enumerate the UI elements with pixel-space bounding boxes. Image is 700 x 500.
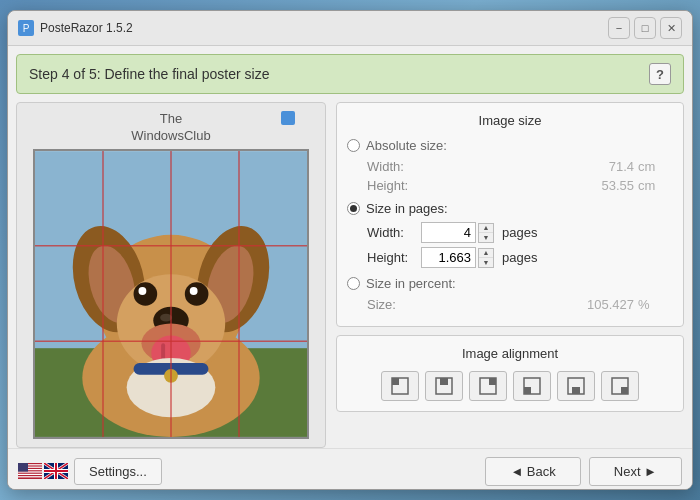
svg-point-11 (138, 287, 146, 295)
svg-rect-43 (18, 474, 42, 475)
pages-height-spinner[interactable]: ▲ ▼ (421, 247, 494, 268)
svg-point-12 (190, 287, 198, 295)
percent-unit: % (638, 297, 673, 312)
alignment-buttons (347, 371, 673, 401)
next-button[interactable]: Next ► (589, 457, 682, 486)
pages-height-row: Height: ▲ ▼ pages (347, 247, 673, 268)
main-content: The WindowsClub (8, 102, 692, 448)
settings-panel: Image size Absolute size: Width: 71.4 cm… (336, 102, 684, 448)
width-unit: cm (638, 159, 673, 174)
blue-square-icon (281, 111, 295, 125)
step-bar: Step 4 of 5: Define the final poster siz… (16, 54, 684, 94)
align-bottom-right-button[interactable] (601, 371, 639, 401)
pages-width-up[interactable]: ▲ (479, 224, 493, 233)
bottom-right: ◄ Back Next ► (485, 457, 682, 486)
pages-width-input[interactable] (421, 222, 476, 243)
maximize-button[interactable]: □ (634, 17, 656, 39)
us-flag-icon (18, 463, 42, 479)
preview-panel: The WindowsClub (16, 102, 326, 448)
align-bottom-left-button[interactable] (513, 371, 551, 401)
help-button[interactable]: ? (649, 63, 671, 85)
align-top-center-button[interactable] (425, 371, 463, 401)
svg-rect-29 (440, 378, 448, 385)
pages-height-down[interactable]: ▼ (479, 258, 493, 267)
image-size-group: Image size Absolute size: Width: 71.4 cm… (336, 102, 684, 327)
height-field-row: Height: 53.55 cm (347, 178, 673, 193)
step-title: Step 4 of 5: Define the final poster siz… (29, 66, 269, 82)
absolute-size-option[interactable]: Absolute size: (347, 138, 673, 153)
percent-size-value: 105.427 (421, 297, 634, 312)
image-alignment-title: Image alignment (347, 346, 673, 361)
pages-width-label: Width: (367, 225, 417, 240)
pages-height-input[interactable] (421, 247, 476, 268)
size-in-percent-option[interactable]: Size in percent: (347, 276, 673, 291)
pages-width-down[interactable]: ▼ (479, 233, 493, 242)
pages-width-spinner[interactable]: ▲ ▼ (421, 222, 494, 243)
pages-height-up[interactable]: ▲ (479, 249, 493, 258)
svg-rect-37 (621, 387, 628, 394)
height-label: Height: (367, 178, 417, 193)
svg-rect-45 (18, 463, 28, 472)
svg-point-10 (185, 282, 209, 306)
watermark: The WindowsClub (131, 111, 210, 145)
absolute-size-label: Absolute size: (366, 138, 447, 153)
minimize-button[interactable]: − (608, 17, 630, 39)
svg-rect-35 (572, 387, 580, 394)
height-value: 53.55 (421, 178, 634, 193)
absolute-size-radio[interactable] (347, 139, 360, 152)
gb-flag-icon (44, 463, 68, 479)
align-top-left-button[interactable] (381, 371, 419, 401)
window-controls: − □ ✕ (608, 17, 682, 39)
pages-width-row: Width: ▲ ▼ pages (347, 222, 673, 243)
window-title: PosteRazor 1.5.2 (40, 21, 133, 35)
size-in-pages-radio[interactable] (347, 202, 360, 215)
title-bar-left: P PosteRazor 1.5.2 (18, 20, 133, 36)
bottom-bar: Settings... ◄ Back Next ► (8, 448, 692, 490)
size-in-pages-label: Size in pages: (366, 201, 448, 216)
dog-preview-svg (35, 151, 307, 437)
svg-point-9 (134, 282, 158, 306)
height-unit: cm (638, 178, 673, 193)
svg-point-14 (160, 313, 172, 321)
percent-size-label: Size: (367, 297, 417, 312)
percent-size-row: Size: 105.427 % (347, 297, 673, 312)
width-value: 71.4 (421, 159, 634, 174)
svg-rect-33 (524, 387, 531, 394)
svg-rect-44 (18, 476, 42, 477)
back-button[interactable]: ◄ Back (485, 457, 580, 486)
svg-rect-27 (392, 378, 399, 385)
svg-rect-31 (489, 378, 496, 385)
width-label: Width: (367, 159, 417, 174)
title-bar: P PosteRazor 1.5.2 − □ ✕ (8, 11, 692, 46)
settings-button[interactable]: Settings... (74, 458, 162, 485)
size-in-pages-option[interactable]: Size in pages: (347, 201, 673, 216)
width-field-row: Width: 71.4 cm (347, 159, 673, 174)
pages-height-unit: pages (502, 250, 537, 265)
image-preview-container (33, 149, 309, 439)
main-window: P PosteRazor 1.5.2 − □ ✕ Step 4 of 5: De… (7, 10, 693, 490)
image-size-title: Image size (347, 113, 673, 128)
size-in-percent-label: Size in percent: (366, 276, 456, 291)
bottom-left: Settings... (18, 458, 162, 485)
size-in-percent-radio[interactable] (347, 277, 360, 290)
pages-height-label: Height: (367, 250, 417, 265)
image-alignment-group: Image alignment (336, 335, 684, 412)
flag-icons (18, 463, 68, 479)
align-top-right-button[interactable] (469, 371, 507, 401)
pages-width-unit: pages (502, 225, 537, 240)
pages-height-stepper[interactable]: ▲ ▼ (478, 248, 494, 268)
pages-width-stepper[interactable]: ▲ ▼ (478, 223, 494, 243)
app-icon: P (18, 20, 34, 36)
align-bottom-center-button[interactable] (557, 371, 595, 401)
svg-rect-54 (44, 470, 68, 472)
close-button[interactable]: ✕ (660, 17, 682, 39)
